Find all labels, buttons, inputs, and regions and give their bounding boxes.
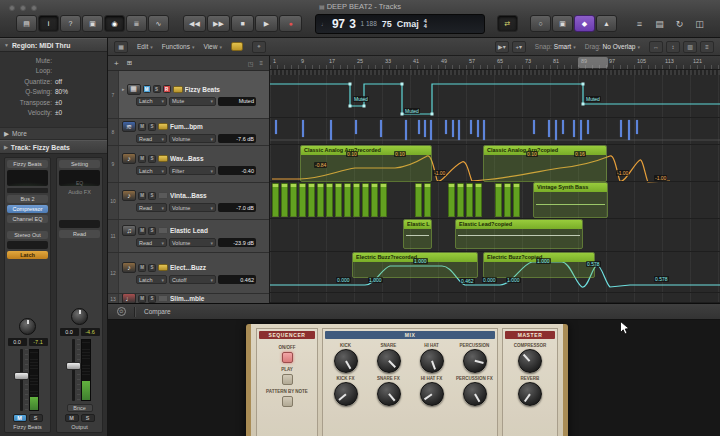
- snap-menu[interactable]: Snap: Smart ▾: [535, 43, 576, 50]
- track-solo-button[interactable]: S: [148, 264, 156, 272]
- group-slot[interactable]: [7, 241, 48, 249]
- track-list-option-icon[interactable]: ◳: [248, 60, 254, 67]
- zoom-presets-button[interactable]: ▥: [683, 41, 697, 53]
- drag-menu[interactable]: Drag: No Overlap ▾: [585, 43, 640, 50]
- eq-thumbnail[interactable]: [7, 170, 48, 186]
- metronome-button[interactable]: ▲: [596, 15, 617, 32]
- marquee-tool-icon[interactable]: ⌖: [252, 41, 266, 53]
- play-button[interactable]: [282, 374, 293, 385]
- midi-fx-slot[interactable]: [7, 188, 48, 193]
- solo-button[interactable]: S: [81, 414, 95, 422]
- automation-param-dropdown[interactable]: Cutoff▾: [169, 275, 216, 284]
- library-button[interactable]: ▤: [16, 15, 37, 32]
- inspector-button[interactable]: i: [38, 15, 59, 32]
- automation-param-dropdown[interactable]: Volume▾: [169, 134, 216, 143]
- region-parameter-row[interactable]: Transpose:±0: [0, 97, 107, 108]
- channel-eq-plugin-slot[interactable]: Channel EQ: [7, 215, 48, 223]
- region[interactable]: Classic Analog Arp?copied: [483, 145, 607, 182]
- track-row[interactable]: 8≋MSFum...bpmRead▾Volume▾-7.6 dB: [108, 119, 269, 146]
- cycle-button[interactable]: ⇄: [497, 15, 518, 32]
- sliced-region[interactable]: [504, 183, 511, 217]
- peak-value[interactable]: -7.1: [29, 338, 48, 346]
- apple-loops-button[interactable]: ↻: [671, 16, 688, 31]
- track-solo-button[interactable]: S: [148, 155, 156, 163]
- autopunch-button[interactable]: ▣: [552, 15, 573, 32]
- empty-fx-slot[interactable]: [59, 220, 100, 228]
- lcd-display[interactable]: ♩ 97 3 1 188 75 Cmaj 44: [315, 14, 485, 34]
- duplicate-track-button[interactable]: ⊞: [127, 59, 132, 67]
- low-latency-button[interactable]: ◆: [574, 15, 595, 32]
- stop-button[interactable]: ■: [231, 15, 254, 32]
- track-row[interactable]: 10♪MSVinta...BassRead▾Volume▾-7.0 dB: [108, 183, 269, 220]
- automation-badge-icon[interactable]: [158, 192, 168, 199]
- output-slot[interactable]: Stereo Out: [7, 231, 48, 239]
- hi-hat-knob[interactable]: [420, 349, 444, 373]
- sliced-region[interactable]: [457, 183, 464, 217]
- send-slot[interactable]: Bus 2: [7, 195, 48, 203]
- pan-knob[interactable]: [71, 308, 88, 325]
- power-button[interactable]: ⏻: [117, 307, 126, 316]
- snare-fx-knob[interactable]: [377, 382, 401, 406]
- track-solo-button[interactable]: S: [153, 85, 161, 93]
- mute-button[interactable]: M: [65, 414, 79, 422]
- automation-mode-button[interactable]: Read: [59, 230, 100, 238]
- automation-value[interactable]: -7.0 dB: [218, 203, 256, 212]
- sliced-region[interactable]: [380, 183, 387, 217]
- disclosure-triangle-icon[interactable]: ▸: [122, 86, 125, 92]
- track-mute-button[interactable]: M: [138, 192, 146, 200]
- menu-functions[interactable]: Functions▾: [162, 43, 195, 50]
- region[interactable]: Electric Buzz?copied: [483, 252, 595, 278]
- strip-name-button[interactable]: Fizzy Beats: [7, 160, 48, 168]
- automation-mode-dropdown[interactable]: Latch▾: [136, 275, 167, 284]
- region-parameter-row[interactable]: Quantize:off: [0, 76, 107, 87]
- automation-mode-dropdown[interactable]: Read▾: [136, 238, 167, 247]
- compressor-knob[interactable]: [518, 349, 542, 373]
- track-solo-button[interactable]: S: [148, 123, 156, 131]
- track-inspector-header[interactable]: ▶ Track: Fizzy Beats: [0, 140, 107, 154]
- note-pads-button[interactable]: ▤: [651, 16, 668, 31]
- automation-value[interactable]: -7.6 dB: [218, 134, 256, 143]
- automation-param-dropdown[interactable]: Volume▾: [169, 203, 216, 212]
- peak-value[interactable]: -4.6: [81, 328, 100, 336]
- sliced-region[interactable]: [362, 183, 369, 217]
- forward-button[interactable]: ▶▶: [207, 15, 230, 32]
- sliced-region[interactable]: [424, 183, 431, 217]
- automation-mode-dropdown[interactable]: Latch▾: [136, 166, 167, 175]
- automation-value[interactable]: 0.462: [218, 275, 256, 284]
- toolbar-button[interactable]: ▣: [82, 15, 103, 32]
- track-row[interactable]: 13♩MSSlim...mble: [108, 294, 269, 303]
- collapse-tracks-button[interactable]: ≡: [700, 41, 714, 53]
- track-list-option-icon[interactable]: ≡: [259, 60, 263, 67]
- region-inspector-header[interactable]: ▼ Region: MIDI Thru: [0, 38, 107, 52]
- sliced-region[interactable]: [326, 183, 333, 217]
- automation-value[interactable]: Muted: [218, 97, 256, 106]
- track-mute-button[interactable]: M: [143, 85, 151, 93]
- automation-param-dropdown[interactable]: Filter▾: [169, 166, 216, 175]
- track-mute-button[interactable]: M: [138, 295, 146, 303]
- track-row[interactable]: 11♫MSElastic LeadRead▾Volume▾-23.9 dB: [108, 220, 269, 253]
- snare-knob[interactable]: [377, 349, 401, 373]
- automation-badge-icon[interactable]: [173, 86, 183, 93]
- setting-button[interactable]: Setting: [59, 160, 100, 168]
- track-row[interactable]: 7▸▦MSRFizzy BeatsLatch▾Mute▾Muted: [108, 71, 269, 119]
- track-solo-button[interactable]: S: [148, 295, 156, 303]
- pan-knob[interactable]: [19, 318, 36, 335]
- menu-edit[interactable]: Edit▾: [137, 43, 153, 50]
- automation-badge-icon[interactable]: [158, 227, 168, 234]
- region-parameter-row[interactable]: Velocity:±0: [0, 108, 107, 119]
- sliced-region[interactable]: [448, 183, 455, 217]
- eq-thumbnail[interactable]: EQ: [59, 170, 100, 186]
- more-row[interactable]: ▶ More: [0, 127, 107, 140]
- automation-param-dropdown[interactable]: Volume▾: [169, 238, 216, 247]
- record-button[interactable]: ●: [279, 15, 302, 32]
- compressor-plugin-slot[interactable]: Compressor: [7, 205, 48, 213]
- sliced-region[interactable]: [281, 183, 288, 217]
- volume-fader[interactable]: [14, 372, 29, 380]
- track-mute-button[interactable]: M: [138, 155, 146, 163]
- sliced-region[interactable]: [475, 183, 482, 217]
- volume-fader[interactable]: [66, 362, 81, 370]
- on-off-button[interactable]: [282, 352, 293, 363]
- region-parameter-row[interactable]: Loop:: [0, 66, 107, 77]
- sliced-region[interactable]: [415, 183, 422, 217]
- sliced-region[interactable]: [308, 183, 315, 217]
